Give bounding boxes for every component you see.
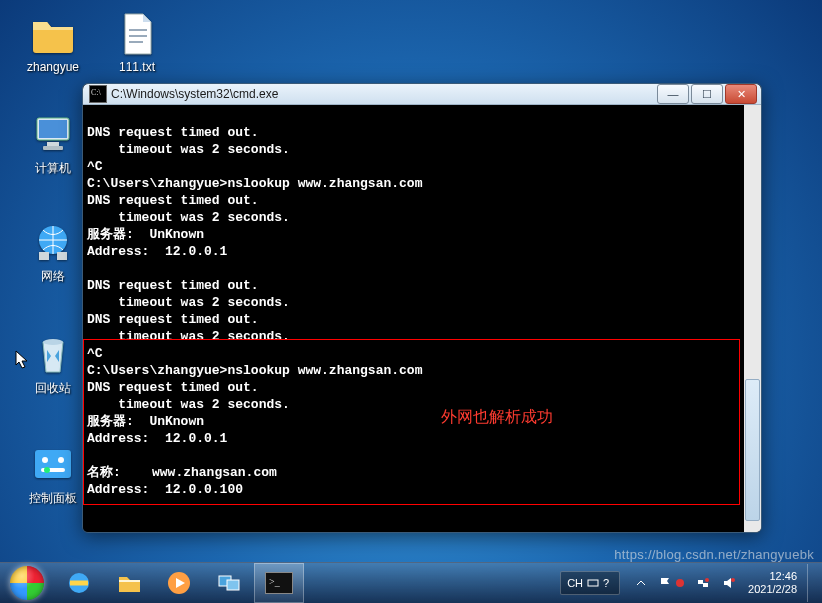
taskbar-media-player[interactable] [154, 563, 204, 603]
window-switch-icon [216, 570, 242, 596]
svg-point-12 [44, 467, 50, 473]
cmd-line: Address: 12.0.0.1 [87, 431, 227, 446]
cmd-line: DNS request timed out. [87, 125, 259, 140]
svg-rect-5 [39, 252, 49, 260]
computer-icon [29, 110, 77, 158]
mouse-cursor-icon [15, 350, 29, 370]
scroll-thumb[interactable] [745, 379, 760, 521]
taskbar-aero-switch[interactable] [204, 563, 254, 603]
icon-network[interactable]: 网络 [16, 218, 90, 285]
cmd-line: ^C [87, 159, 103, 174]
cmd-line: Address: 12.0.0.100 [87, 482, 243, 497]
ie-icon [66, 570, 92, 596]
cmd-line: DNS request timed out. [87, 278, 259, 293]
tray-clock[interactable]: 12:46 2021/2/28 [742, 570, 803, 596]
tray-action-center[interactable] [652, 572, 690, 594]
cmd-scrollbar[interactable]: ▲ ▼ [744, 105, 761, 533]
folder-icon [29, 10, 77, 58]
maximize-button[interactable]: ☐ [691, 84, 723, 104]
svg-rect-16 [227, 580, 239, 590]
svg-rect-1 [39, 120, 67, 138]
system-tray: CH ? 12:46 2021/2/28 [560, 563, 822, 603]
svg-point-10 [58, 457, 64, 463]
folder-zhangyue[interactable]: zhangyue [16, 10, 90, 74]
cmd-line: Address: 12.0.0.1 [87, 244, 227, 259]
start-button[interactable] [0, 563, 54, 603]
cmd-window: C:\Windows\system32\cmd.exe — ☐ ✕ DNS re… [82, 83, 762, 533]
alert-badge-icon [676, 579, 684, 587]
cmd-line: C:\Users\zhangyue>nslookup www.zhangsan.… [87, 363, 422, 378]
svg-point-7 [43, 339, 63, 345]
clock-time: 12:46 [748, 570, 797, 583]
media-player-icon [166, 570, 192, 596]
recycle-bin-icon [29, 330, 77, 378]
tray-volume[interactable] [716, 572, 742, 594]
svg-point-22 [731, 578, 735, 582]
file-111-txt[interactable]: 111.txt [100, 10, 174, 74]
annotation-text: 外网也解析成功 [441, 409, 553, 425]
desktop-icon-label: 计算机 [16, 160, 90, 177]
ime-label: CH [567, 577, 583, 589]
cmd-line: 名称: www.zhangsan.com [87, 465, 277, 480]
desktop-icon-label: 网络 [16, 268, 90, 285]
network-tray-icon [696, 576, 710, 590]
svg-rect-20 [703, 583, 708, 587]
desktop-icon-label: 111.txt [100, 60, 174, 74]
taskbar-explorer[interactable] [104, 563, 154, 603]
cmd-line: 服务器: UnKnown [87, 414, 204, 429]
scroll-track[interactable] [744, 122, 761, 533]
taskbar-cmd[interactable] [254, 563, 304, 603]
cmd-icon [265, 572, 293, 594]
desktop: zhangyue 111.txt 计算机 网络 回收站 控制面板 [0, 0, 822, 603]
close-button[interactable]: ✕ [725, 84, 757, 104]
cmd-body[interactable]: DNS request timed out. timeout was 2 sec… [83, 105, 761, 533]
svg-point-9 [42, 457, 48, 463]
keyboard-icon [587, 577, 599, 589]
cmd-title: C:\Windows\system32\cmd.exe [111, 87, 655, 101]
cmd-icon [89, 85, 107, 103]
flag-icon [658, 576, 672, 590]
svg-point-21 [705, 578, 709, 582]
network-icon [29, 218, 77, 266]
cmd-line: timeout was 2 seconds. [87, 329, 290, 344]
control-panel-icon [29, 440, 77, 488]
desktop-icon-label: 控制面板 [16, 490, 90, 507]
cmd-line: 服务器: UnKnown [87, 227, 204, 242]
icon-control-panel[interactable]: 控制面板 [16, 440, 90, 507]
tray-network[interactable] [690, 572, 716, 594]
svg-rect-19 [698, 580, 703, 584]
text-file-icon [113, 10, 161, 58]
desktop-icon-label: 回收站 [16, 380, 90, 397]
chevron-up-icon [636, 578, 646, 588]
svg-text:?: ? [603, 577, 609, 589]
svg-rect-8 [35, 450, 71, 478]
cmd-line: timeout was 2 seconds. [87, 397, 290, 412]
show-desktop-button[interactable] [807, 564, 818, 602]
taskbar-pinned-items [54, 563, 304, 603]
cmd-line: DNS request timed out. [87, 312, 259, 327]
help-icon: ? [603, 577, 613, 589]
cmd-line: ^C [87, 346, 103, 361]
cmd-line: timeout was 2 seconds. [87, 142, 290, 157]
cmd-line: timeout was 2 seconds. [87, 210, 290, 225]
tray-expand-button[interactable] [630, 572, 652, 594]
cmd-line: DNS request timed out. [87, 380, 259, 395]
svg-rect-17 [588, 580, 598, 586]
cmd-line: C:\Users\zhangyue>nslookup www.zhangsan.… [87, 176, 422, 191]
windows-orb-icon [10, 566, 44, 600]
cmd-line: DNS request timed out. [87, 193, 259, 208]
svg-rect-3 [43, 146, 63, 150]
icon-computer[interactable]: 计算机 [16, 110, 90, 177]
watermark-text: https://blog.csdn.net/zhangyuebk [614, 548, 814, 561]
clock-date: 2021/2/28 [748, 583, 797, 596]
svg-rect-2 [47, 142, 59, 146]
svg-rect-6 [57, 252, 67, 260]
cmd-line: timeout was 2 seconds. [87, 295, 290, 310]
minimize-button[interactable]: — [657, 84, 689, 104]
ime-indicator[interactable]: CH ? [560, 571, 620, 595]
taskbar-ie[interactable] [54, 563, 104, 603]
taskbar: CH ? 12:46 2021/2/28 [0, 562, 822, 603]
volume-icon [722, 576, 736, 590]
cmd-titlebar[interactable]: C:\Windows\system32\cmd.exe — ☐ ✕ [83, 84, 761, 105]
desktop-icon-label: zhangyue [16, 60, 90, 74]
